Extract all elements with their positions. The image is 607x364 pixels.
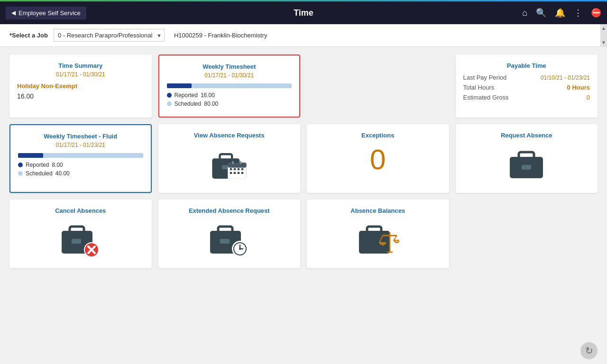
view-absence-icon-container: [166, 141, 293, 185]
payable-time-body: Last Pay Period 01/10/21 - 01/23/21 Tota…: [463, 74, 590, 101]
svg-rect-8: [238, 168, 239, 170]
refresh-button[interactable]: ↻: [580, 342, 598, 359]
svg-rect-10: [230, 172, 232, 174]
estimated-gross-label: Estimated Gross: [463, 94, 509, 101]
svg-rect-14: [232, 161, 234, 164]
reported-legend: Reported 16.00: [167, 92, 292, 99]
scrollbar: ▲ ▼: [600, 24, 607, 46]
svg-rect-6: [230, 168, 232, 170]
cancel-absences-card[interactable]: Cancel Absences: [9, 200, 152, 268]
fluid-progress-legend: Reported 8.00 Scheduled 40.00: [18, 162, 143, 177]
progress-fill: [167, 83, 192, 88]
svg-rect-36: [367, 227, 381, 233]
svg-rect-7: [234, 168, 236, 170]
home-icon[interactable]: ⌂: [522, 8, 527, 18]
job-select[interactable]: 0 - Research Parapro/Professional: [54, 29, 165, 42]
main-content: Time Summary 01/17/21 - 01/30/21 Holiday…: [0, 47, 607, 364]
weekly-timesheet-title: Weekly Timesheet: [167, 63, 292, 70]
back-label: Employee Self Service: [18, 9, 81, 17]
bottom-cards-row: Cancel Absences Extended Absence Request: [9, 200, 598, 268]
briefcase-simple-icon: [507, 148, 545, 179]
svg-rect-18: [522, 165, 531, 170]
weekly-timesheet-fluid-date: 01/17/21 - 01/23/21: [18, 142, 143, 148]
header-icons: ⌂ 🔍 🔔 ⋮ ⛔: [522, 8, 601, 18]
svg-rect-28: [220, 239, 230, 244]
fluid-reported-dot: [18, 163, 23, 167]
request-absence-title: Request Absence: [463, 132, 590, 139]
svg-rect-27: [218, 227, 232, 233]
scheduled-legend: Scheduled 80.00: [167, 100, 292, 107]
scheduled-value: 80.00: [204, 100, 218, 107]
fluid-reported-value: 8.00: [52, 162, 63, 168]
header: ◀ Employee Self Service Time ⌂ 🔍 🔔 ⋮ ⛔: [0, 1, 607, 24]
middle-cards-row: Weekly Timesheet - Fluid 01/17/21 - 01/2…: [9, 124, 598, 193]
total-hours-row: Total Hours 0 Hours: [463, 84, 590, 91]
progress-legend: Reported 16.00 Scheduled 80.00: [167, 92, 292, 107]
weekly-timesheet-progress: [167, 83, 292, 88]
reported-value: 16.00: [201, 92, 215, 99]
absence-balances-title: Absence Balances: [314, 207, 441, 214]
time-summary-date: 01/17/21 - 01/30/21: [17, 71, 144, 78]
progress-track: [167, 83, 292, 88]
svg-rect-15: [239, 161, 241, 164]
svg-rect-21: [72, 239, 81, 244]
last-pay-period-row: Last Pay Period 01/10/21 - 01/23/21: [463, 74, 590, 81]
svg-rect-9: [241, 168, 243, 170]
exceptions-value: 0: [314, 141, 441, 179]
fluid-scheduled-label: Scheduled: [26, 170, 53, 177]
exceptions-card[interactable]: Exceptions 0: [307, 124, 449, 193]
svg-rect-11: [234, 172, 236, 174]
view-absence-requests-title: View Absence Requests: [166, 132, 293, 139]
back-arrow-icon: ◀: [11, 9, 16, 16]
scroll-up-arrow[interactable]: ▲: [600, 24, 607, 32]
time-summary-card[interactable]: Time Summary 01/17/21 - 01/30/21 Holiday…: [9, 55, 152, 118]
extended-absence-request-card[interactable]: Extended Absence Request: [158, 200, 301, 268]
payable-time-title: Payable Time: [463, 62, 590, 69]
reported-dot: [167, 93, 172, 98]
empty-slot: [456, 200, 598, 268]
fluid-progress-fill: [18, 153, 43, 158]
svg-rect-1: [220, 154, 232, 160]
last-pay-period-label: Last Pay Period: [463, 74, 507, 81]
briefcase-clock-icon: [208, 224, 250, 257]
payable-time-card[interactable]: Payable Time Last Pay Period 01/10/21 - …: [456, 55, 598, 118]
total-hours-value: 0 Hours: [567, 84, 590, 91]
svg-rect-20: [70, 227, 84, 233]
estimated-gross-row: Estimated Gross 0: [463, 94, 590, 101]
job-select-wrapper: 0 - Research Parapro/Professional ▼: [54, 29, 165, 42]
back-button[interactable]: ◀ Employee Self Service: [6, 7, 86, 19]
svg-rect-17: [519, 152, 534, 159]
scheduled-label: Scheduled: [175, 100, 202, 107]
weekly-timesheet-date: 01/17/21 - 01/30/21: [167, 72, 292, 79]
svg-point-34: [239, 248, 241, 250]
search-icon[interactable]: 🔍: [536, 8, 546, 18]
job-location: H1000259 - Franklin-Biochemistry: [174, 32, 267, 39]
view-absence-requests-card[interactable]: View Absence Requests: [158, 124, 301, 193]
bell-icon[interactable]: 🔔: [555, 8, 565, 18]
extended-absence-request-title: Extended Absence Request: [166, 207, 293, 214]
request-absence-icon-container: [463, 141, 590, 183]
cancel-absences-title: Cancel Absences: [17, 207, 144, 214]
weekly-timesheet-fluid-title: Weekly Timesheet - Fluid: [18, 133, 143, 140]
weekly-timesheet-fluid-card[interactable]: Weekly Timesheet - Fluid 01/17/21 - 01/2…: [9, 124, 152, 193]
total-hours-label: Total Hours: [463, 84, 495, 91]
request-absence-card[interactable]: Request Absence: [456, 124, 598, 193]
scroll-down-arrow[interactable]: ▼: [600, 38, 607, 46]
briefcase-scales-icon: [357, 224, 399, 257]
time-summary-hours: 16.00: [17, 92, 144, 100]
scheduled-dot: [167, 101, 172, 106]
job-bar: *Select a Job 0 - Research Parapro/Profe…: [0, 24, 607, 47]
weekly-timesheet-fluid-progress: [18, 153, 143, 158]
more-icon[interactable]: ⋮: [574, 8, 582, 18]
prohibited-icon[interactable]: ⛔: [591, 8, 601, 18]
estimated-gross-value: 0: [587, 94, 590, 101]
cancel-absences-icon-container: [17, 216, 144, 261]
absence-balances-card[interactable]: Absence Balances: [307, 200, 449, 268]
exceptions-title: Exceptions: [314, 132, 441, 139]
absence-balances-icon-container: [314, 216, 441, 261]
fluid-reported-label: Reported: [26, 162, 49, 168]
fluid-reported-legend: Reported 8.00: [18, 162, 143, 168]
weekly-timesheet-card[interactable]: Weekly Timesheet 01/17/21 - 01/30/21 Rep…: [158, 55, 301, 118]
time-summary-category: Holiday Non-Exempt: [17, 82, 144, 90]
extended-absence-icon-container: [166, 216, 293, 261]
